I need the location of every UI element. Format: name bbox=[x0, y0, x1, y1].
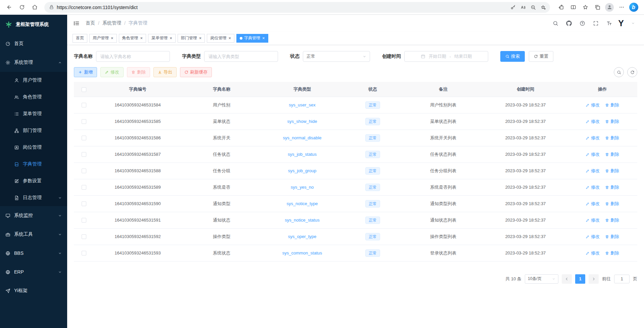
password-button[interactable] bbox=[508, 3, 518, 12]
font-size-button[interactable] bbox=[604, 18, 614, 28]
sidebar-item-system[interactable]: 系统管理 bbox=[0, 53, 67, 72]
row-edit-link[interactable]: 修改 bbox=[586, 102, 600, 108]
row-checkbox[interactable] bbox=[82, 169, 86, 173]
toggle-search-button[interactable] bbox=[614, 67, 624, 77]
dict-type-link[interactable]: sys_show_hide bbox=[287, 119, 317, 124]
row-checkbox[interactable] bbox=[82, 234, 86, 239]
row-delete-link[interactable]: 删除 bbox=[605, 234, 619, 240]
sidebar-item-erp[interactable]: ERP bbox=[0, 263, 67, 281]
refresh-table-button[interactable] bbox=[627, 67, 637, 77]
row-edit-link[interactable]: 修改 bbox=[586, 201, 600, 207]
user-logo[interactable]: Y bbox=[617, 19, 625, 28]
breadcrumb-home[interactable]: 首页 bbox=[86, 20, 95, 26]
row-checkbox[interactable] bbox=[82, 152, 86, 157]
search-button[interactable]: 搜索 bbox=[500, 51, 525, 62]
row-edit-link[interactable]: 修改 bbox=[586, 250, 600, 256]
sidebar-subitem-post[interactable]: 岗位管理 bbox=[0, 139, 67, 156]
breadcrumb-system[interactable]: 系统管理 bbox=[102, 20, 121, 26]
add-favorite-button[interactable] bbox=[539, 3, 548, 12]
dict-type-link[interactable]: sys_yes_no bbox=[291, 185, 314, 190]
extensions-button[interactable] bbox=[555, 2, 567, 13]
zoom-button[interactable] bbox=[528, 3, 538, 12]
read-aloud-button[interactable] bbox=[518, 3, 528, 12]
reload-button[interactable] bbox=[16, 2, 28, 13]
dict-name-input[interactable] bbox=[96, 51, 170, 62]
user-menu-button[interactable] bbox=[628, 18, 638, 28]
split-screen-button[interactable] bbox=[567, 2, 579, 13]
dict-type-link[interactable]: sys_job_group bbox=[288, 168, 317, 173]
browser-menu-button[interactable] bbox=[616, 2, 627, 13]
next-page-button[interactable] bbox=[589, 274, 599, 284]
tab-item[interactable]: 岗位管理× bbox=[207, 34, 234, 43]
tab-close-icon[interactable]: × bbox=[111, 36, 113, 41]
goto-page-input[interactable] bbox=[614, 275, 630, 283]
row-delete-link[interactable]: 删除 bbox=[605, 151, 619, 157]
sidebar-subitem-role[interactable]: 角色管理 bbox=[0, 89, 67, 105]
sidebar-item-yi[interactable]: Yi框架 bbox=[0, 281, 67, 300]
app-logo[interactable]: 意框架管理系统 bbox=[0, 15, 67, 34]
tab-item[interactable]: 用户管理× bbox=[89, 34, 117, 43]
page-number-button[interactable]: 1 bbox=[575, 274, 585, 284]
sidebar-subitem-dict[interactable]: 字典管理 bbox=[0, 156, 67, 173]
edit-button[interactable]: 修改 bbox=[100, 67, 124, 77]
tab-close-icon[interactable]: × bbox=[140, 36, 143, 41]
tab-item[interactable]: 首页 bbox=[73, 34, 87, 43]
sidebar-subitem-param[interactable]: 参数设置 bbox=[0, 173, 67, 189]
sidebar-toggle-button[interactable] bbox=[73, 20, 80, 27]
row-edit-link[interactable]: 修改 bbox=[586, 151, 600, 157]
row-delete-link[interactable]: 删除 bbox=[605, 119, 619, 125]
fullscreen-button[interactable] bbox=[591, 18, 601, 28]
home-button[interactable] bbox=[29, 2, 40, 13]
dict-type-input[interactable] bbox=[204, 51, 278, 62]
row-edit-link[interactable]: 修改 bbox=[586, 234, 600, 240]
add-button[interactable]: 新增 bbox=[74, 67, 97, 77]
tab-item[interactable]: 角色管理× bbox=[119, 34, 146, 43]
tab-close-icon[interactable]: × bbox=[199, 36, 202, 41]
row-edit-link[interactable]: 修改 bbox=[586, 217, 600, 223]
back-button[interactable] bbox=[3, 2, 15, 13]
bing-chat-button[interactable] bbox=[628, 2, 639, 13]
row-delete-link[interactable]: 删除 bbox=[605, 168, 619, 174]
sidebar-subitem-user[interactable]: 用户管理 bbox=[0, 72, 67, 89]
export-button[interactable]: 导出 bbox=[153, 67, 177, 77]
header-search-button[interactable] bbox=[550, 18, 560, 28]
sidebar-item-tools[interactable]: 系统工具 bbox=[0, 225, 67, 244]
row-edit-link[interactable]: 修改 bbox=[586, 184, 600, 190]
date-range-picker[interactable]: 开始日期 - 结束日期 bbox=[404, 51, 488, 62]
row-edit-link[interactable]: 修改 bbox=[586, 135, 600, 141]
dict-type-link[interactable]: sys_common_status bbox=[282, 250, 322, 255]
row-delete-link[interactable]: 删除 bbox=[605, 250, 619, 256]
row-delete-link[interactable]: 删除 bbox=[605, 201, 619, 207]
row-edit-link[interactable]: 修改 bbox=[586, 119, 600, 125]
dict-type-link[interactable]: sys_oper_type bbox=[288, 234, 317, 239]
refresh-cache-button[interactable]: 刷新缓存 bbox=[180, 67, 212, 77]
github-button[interactable] bbox=[564, 18, 574, 28]
sidebar-item-home[interactable]: 首页 bbox=[0, 34, 67, 53]
tab-item[interactable]: 部门管理× bbox=[178, 34, 205, 43]
profile-button[interactable] bbox=[604, 2, 615, 13]
row-checkbox[interactable] bbox=[82, 185, 86, 190]
sidebar-subitem-menu[interactable]: 菜单管理 bbox=[0, 105, 67, 122]
select-all-checkbox[interactable] bbox=[82, 87, 86, 92]
row-checkbox[interactable] bbox=[82, 119, 86, 124]
row-checkbox[interactable] bbox=[82, 201, 86, 206]
address-bar[interactable]: https://ccnetcore.com:1101/system/dict bbox=[44, 2, 550, 13]
help-button[interactable] bbox=[577, 18, 587, 28]
tab-item[interactable]: 字典管理× bbox=[236, 34, 268, 43]
sidebar-item-bbs[interactable]: BBS bbox=[0, 244, 67, 263]
favorites-button[interactable] bbox=[580, 2, 591, 13]
prev-page-button[interactable] bbox=[562, 274, 572, 284]
row-delete-link[interactable]: 删除 bbox=[605, 102, 619, 108]
tab-close-icon[interactable]: × bbox=[228, 36, 231, 41]
tab-close-icon[interactable]: × bbox=[262, 36, 265, 41]
dict-type-link[interactable]: sys_normal_disable bbox=[283, 135, 322, 140]
sidebar-item-monitor[interactable]: 系统监控 bbox=[0, 206, 67, 225]
dict-type-link[interactable]: sys_notice_status bbox=[285, 218, 319, 223]
row-delete-link[interactable]: 删除 bbox=[605, 184, 619, 190]
row-edit-link[interactable]: 修改 bbox=[586, 168, 600, 174]
sidebar-subitem-log[interactable]: 日志管理 bbox=[0, 189, 67, 206]
status-select[interactable]: 正常 bbox=[303, 51, 370, 62]
row-delete-link[interactable]: 删除 bbox=[605, 135, 619, 141]
dict-type-link[interactable]: sys_user_sex bbox=[289, 102, 315, 107]
row-checkbox[interactable] bbox=[82, 103, 86, 107]
